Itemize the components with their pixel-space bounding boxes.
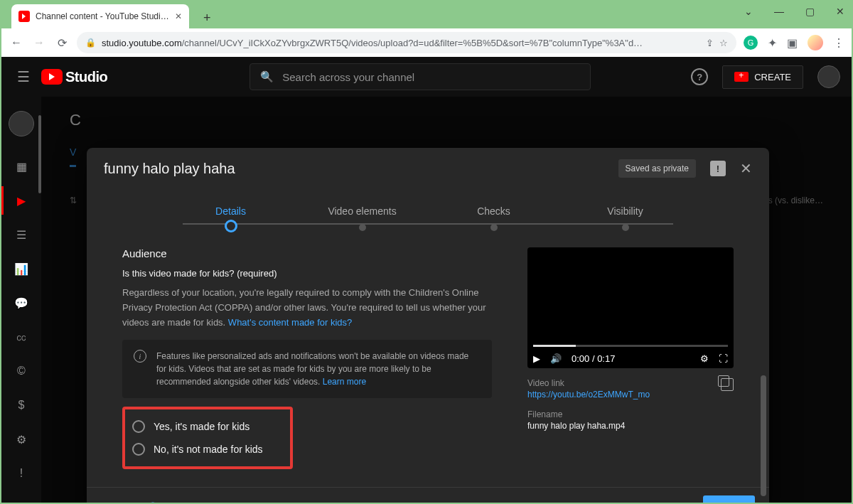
- check-status-icon: [146, 501, 159, 503]
- play-icon[interactable]: ▶: [533, 353, 540, 364]
- close-modal-button[interactable]: ✕: [740, 160, 752, 177]
- sidebar-dashboard-icon[interactable]: ▦: [1, 152, 41, 181]
- help-icon[interactable]: ?: [691, 68, 708, 85]
- logo-text: Studio: [65, 69, 107, 85]
- stepper: Details Video elements Checks Visibility: [87, 189, 769, 233]
- video-preview[interactable]: ▶ 🔊 0:00 / 0:17 ⚙ ⛶: [527, 247, 734, 368]
- new-tab-button[interactable]: +: [198, 8, 217, 28]
- profile-avatar-icon[interactable]: [808, 35, 823, 50]
- radio-not-for-kids[interactable]: No, it's not made for kids: [132, 438, 283, 461]
- audience-section: Audience Is this video made for kids? (r…: [122, 247, 492, 487]
- url-text: studio.youtube.com/channel/UCvY_iICkXoZY…: [102, 38, 700, 48]
- search-icon: 🔍: [260, 70, 274, 83]
- upload-status-icon: [101, 501, 114, 503]
- fullscreen-icon[interactable]: ⛶: [719, 353, 728, 364]
- copy-icon[interactable]: [721, 378, 734, 391]
- maximize-icon[interactable]: ▢: [805, 6, 815, 17]
- filename-value: funny halo play haha.mp4: [527, 421, 734, 431]
- extensions-icon[interactable]: ✦: [768, 36, 777, 50]
- toolbar-icons: G ✦ ▣ ⋮: [744, 35, 844, 50]
- sidebar-playlists-icon[interactable]: ☰: [1, 220, 41, 249]
- menu-icon[interactable]: ⋮: [833, 36, 844, 50]
- window-controls: ⌄ — ▢ ✕: [744, 6, 844, 17]
- sidebar: ▦ ▶ ☰ 📊 💬 ㏄ © $ ⚙ !: [1, 97, 41, 503]
- back-button[interactable]: ←: [9, 35, 24, 50]
- time-display: 0:00 / 0:17: [572, 353, 615, 364]
- app-topbar: ☰ Studio 🔍 Search across your channel ? …: [1, 57, 852, 97]
- channel-avatar[interactable]: [9, 111, 34, 136]
- modal-header: funny halo play haha Saved as private ! …: [87, 148, 769, 189]
- audience-question: Is this video made for kids? (required): [122, 268, 492, 279]
- tab-title: Channel content - YouTube Studi…: [36, 11, 169, 21]
- panel-icon[interactable]: ▣: [787, 36, 798, 50]
- url-field[interactable]: 🔒 studio.youtube.com/channel/UCvY_iICkXo…: [77, 32, 736, 53]
- app-root: ☰ Studio 🔍 Search across your channel ? …: [1, 57, 852, 503]
- close-window-icon[interactable]: ✕: [836, 6, 844, 17]
- youtube-studio-logo[interactable]: Studio: [41, 69, 107, 85]
- extension-grammarly-icon[interactable]: G: [744, 36, 758, 50]
- tab-bar: Channel content - YouTube Studi… ✕ +: [1, 1, 852, 28]
- video-link[interactable]: https://youtu.be/o2ExMMwT_mo: [527, 390, 650, 400]
- step-visibility[interactable]: Visibility: [559, 205, 691, 217]
- next-button[interactable]: NEXT: [703, 495, 755, 503]
- menu-icon[interactable]: ☰: [13, 64, 34, 90]
- sidebar-monetization-icon[interactable]: $: [1, 391, 41, 419]
- radio-yes-for-kids[interactable]: Yes, it's made for kids: [132, 415, 283, 438]
- create-button[interactable]: CREATE: [722, 65, 803, 89]
- coppa-link[interactable]: What's content made for kids?: [228, 317, 352, 328]
- audience-description: Regardless of your location, you're lega…: [122, 286, 492, 330]
- minimize-icon[interactable]: —: [774, 6, 784, 17]
- step-video-elements[interactable]: Video elements: [296, 205, 428, 217]
- modal-scrollbar[interactable]: [761, 375, 766, 496]
- forward-button[interactable]: →: [31, 35, 47, 50]
- video-link-label: Video link: [527, 378, 650, 388]
- volume-icon[interactable]: 🔊: [550, 353, 562, 364]
- sidebar-copyright-icon[interactable]: ©: [1, 357, 41, 385]
- learn-more-link[interactable]: Learn more: [323, 377, 366, 387]
- sidebar-content-icon[interactable]: ▶: [1, 186, 41, 215]
- hd-status-icon: HD: [124, 501, 136, 503]
- browser-tab[interactable]: Channel content - YouTube Studi… ✕: [11, 4, 189, 28]
- camera-icon: [734, 72, 749, 82]
- audience-radio-group: Yes, it's made for kids No, it's not mad…: [122, 407, 293, 469]
- address-bar: ← → ⟳ 🔒 studio.youtube.com/channel/UCvY_…: [1, 28, 852, 57]
- feedback-icon[interactable]: !: [710, 161, 726, 176]
- sidebar-subtitles-icon[interactable]: ㏄: [1, 323, 41, 351]
- user-avatar[interactable]: [817, 65, 840, 88]
- youtube-favicon-icon: [18, 11, 30, 22]
- sidebar-settings-icon[interactable]: ⚙: [1, 425, 41, 454]
- radio-icon: [132, 443, 145, 456]
- tab-close-icon[interactable]: ✕: [175, 11, 182, 21]
- sidebar-analytics-icon[interactable]: 📊: [1, 254, 41, 283]
- video-edit-modal: funny halo play haha Saved as private ! …: [87, 148, 769, 503]
- sidebar-feedback-icon[interactable]: !: [1, 459, 41, 488]
- filename-label: Filename: [527, 409, 734, 419]
- modal-footer: HD Checks complete. No issues found. NEX…: [87, 487, 769, 503]
- audience-info-box: i Features like personalized ads and not…: [122, 340, 492, 398]
- save-status-badge: Saved as private: [618, 159, 696, 178]
- reload-button[interactable]: ⟳: [54, 35, 70, 50]
- search-input[interactable]: 🔍 Search across your channel: [250, 63, 591, 90]
- footer-status: Checks complete. No issues found.: [173, 502, 329, 503]
- lock-icon: 🔒: [85, 38, 96, 48]
- share-icon[interactable]: ⇪: [706, 38, 714, 48]
- sidebar-comments-icon[interactable]: 💬: [1, 289, 41, 317]
- preview-panel: ▶ 🔊 0:00 / 0:17 ⚙ ⛶ Video link ht: [527, 247, 734, 487]
- step-details[interactable]: Details: [165, 205, 296, 217]
- search-placeholder: Search across your channel: [282, 71, 414, 83]
- modal-title: funny halo play haha: [104, 161, 618, 177]
- chevron-down-icon[interactable]: ⌄: [744, 6, 753, 17]
- audience-heading: Audience: [122, 247, 492, 259]
- settings-icon[interactable]: ⚙: [700, 353, 709, 364]
- radio-icon: [132, 420, 145, 433]
- info-icon: i: [134, 350, 146, 363]
- create-label: CREATE: [754, 72, 791, 82]
- step-checks[interactable]: Checks: [428, 205, 559, 217]
- svg-point-2: [148, 502, 159, 503]
- bookmark-icon[interactable]: ☆: [719, 38, 728, 48]
- youtube-play-icon: [41, 69, 63, 85]
